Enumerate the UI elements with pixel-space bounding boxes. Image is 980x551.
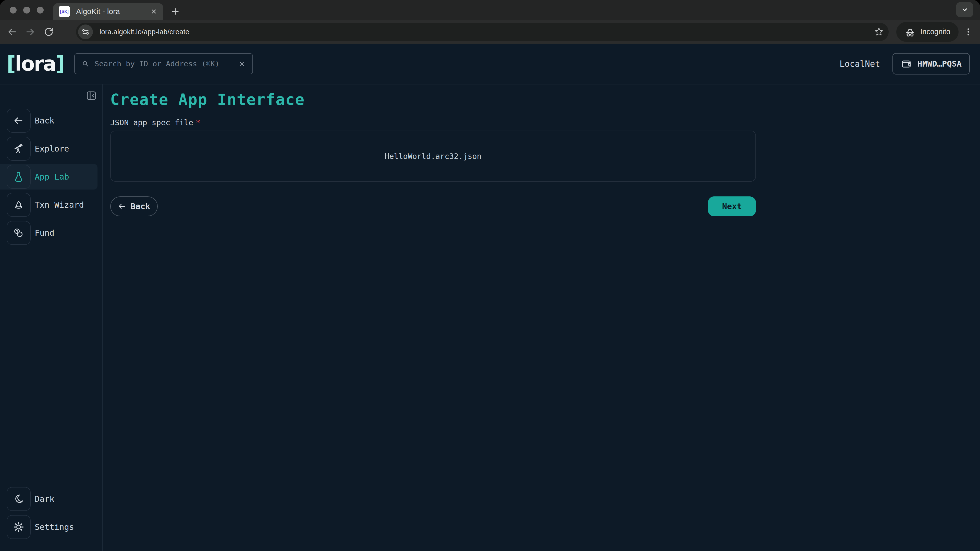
sidebar-nav: Back Explore App Lab: [0, 108, 102, 246]
sidebar-item-settings[interactable]: Settings: [0, 514, 97, 540]
sidebar-item-app-lab[interactable]: App Lab: [0, 164, 97, 189]
sidebar-item-txn-wizard[interactable]: Txn Wizard: [0, 192, 97, 218]
moon-icon: [6, 487, 30, 511]
main-panel: Create App Interface JSON app spec file*…: [103, 84, 980, 551]
wizard-hat-icon: [6, 193, 30, 217]
tab-title: AlgoKit - lora: [76, 7, 150, 16]
page-title: Create App Interface: [110, 91, 756, 108]
forward-nav-icon[interactable]: [25, 27, 36, 37]
sidebar-item-label: Explore: [35, 144, 69, 154]
wallet-address-label: HMWD…PQSA: [918, 59, 962, 68]
logo-left-bracket: [: [6, 52, 15, 75]
next-button-label: Next: [722, 202, 741, 211]
file-dropzone[interactable]: HelloWorld.arc32.json: [110, 130, 756, 182]
file-field-label: JSON app spec file*: [110, 118, 756, 127]
wizard-buttons-row: Back Next: [110, 197, 756, 216]
browser-tab[interactable]: [ak] AlgoKit - lora: [53, 3, 163, 20]
favicon-text: [ak]: [60, 9, 68, 14]
incognito-badge: Incognito: [896, 22, 959, 42]
new-tab-icon[interactable]: [170, 6, 180, 16]
sidebar-item-label: Settings: [35, 522, 74, 532]
incognito-label: Incognito: [920, 27, 950, 36]
search-clear-icon[interactable]: [238, 59, 246, 68]
arrow-left-icon: [118, 202, 126, 211]
sidebar-item-label: App Lab: [35, 172, 69, 182]
sidebar-item-label: Dark: [35, 494, 54, 504]
browser-toolbar: lora.algokit.io/app-lab/create Incognito: [0, 20, 980, 44]
sidebar-item-fund[interactable]: Fund: [0, 220, 97, 246]
sidebar-collapse-icon[interactable]: [85, 89, 97, 102]
header-right: LocalNet HMWD…PQSA: [840, 53, 970, 75]
tab-search-button[interactable]: [956, 2, 974, 17]
app-header: [ lora ] LocalNet HMWD…PQSA: [0, 44, 980, 84]
search-bar[interactable]: [74, 53, 253, 74]
url-text: lora.algokit.io/app-lab/create: [100, 28, 874, 36]
lora-app: [ lora ] LocalNet HMWD…PQSA: [0, 44, 980, 551]
wallet-button[interactable]: HMWD…PQSA: [892, 53, 970, 75]
tab-strip: [ak] AlgoKit - lora: [0, 0, 980, 20]
search-icon: [81, 59, 90, 68]
flask-icon: [6, 165, 30, 189]
network-label: LocalNet: [840, 59, 880, 69]
sidebar-item-label: Fund: [35, 228, 54, 238]
sidebar: Back Explore App Lab: [0, 84, 103, 551]
telescope-icon: [6, 137, 30, 161]
sidebar-item-label: Txn Wizard: [35, 200, 84, 210]
incognito-icon: [904, 26, 916, 38]
wallet-icon: [900, 58, 912, 69]
required-marker: *: [196, 118, 200, 127]
lora-logo[interactable]: [ lora ]: [6, 52, 64, 75]
sidebar-item-label: Back: [35, 116, 54, 125]
file-field-label-text: JSON app spec file: [110, 118, 193, 127]
uploaded-file-name: HelloWorld.arc32.json: [385, 152, 481, 161]
search-input[interactable]: [95, 59, 233, 68]
sidebar-item-explore[interactable]: Explore: [0, 136, 97, 162]
browser-menu-icon[interactable]: [963, 27, 974, 37]
coins-icon: [6, 221, 30, 245]
chevron-down-icon: [960, 5, 969, 14]
back-nav-icon[interactable]: [6, 27, 18, 37]
back-button[interactable]: Back: [110, 197, 158, 216]
sidebar-footer: Dark Settings: [0, 486, 102, 542]
window-controls[interactable]: [10, 6, 44, 14]
arrow-left-icon: [6, 109, 30, 133]
address-bar[interactable]: lora.algokit.io/app-lab/create: [76, 23, 889, 41]
site-settings-icon[interactable]: [78, 24, 93, 39]
next-button[interactable]: Next: [708, 197, 756, 216]
browser-window: [ak] AlgoKit - lora lora.algo: [0, 0, 980, 551]
sidebar-item-theme-dark[interactable]: Dark: [0, 486, 97, 512]
back-button-label: Back: [130, 202, 150, 211]
tab-favicon: [ak]: [59, 6, 70, 17]
sidebar-item-back[interactable]: Back: [0, 108, 97, 133]
tab-close-icon[interactable]: [150, 8, 158, 15]
bookmark-star-icon[interactable]: [874, 27, 884, 37]
logo-right-bracket: ]: [56, 52, 64, 75]
reload-icon[interactable]: [43, 27, 54, 37]
logo-name: lora: [15, 52, 56, 75]
gear-icon: [6, 515, 30, 539]
